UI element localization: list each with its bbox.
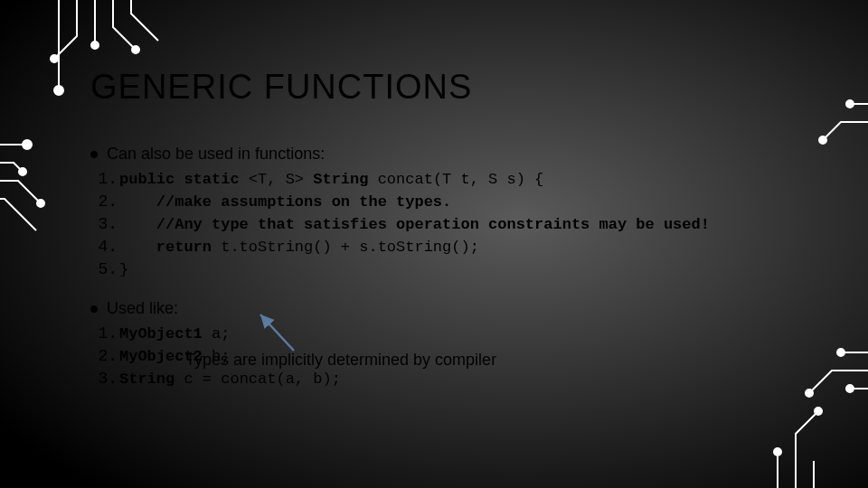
code-line: 5. } [90,258,832,281]
code-listing-1: 1. public static <T, S> String concat(T … [90,168,832,281]
code-text: String c = concat(a, b); [119,370,341,390]
code-line: 3. String c = concat(a, b); [90,368,832,390]
bullet-dot-icon [90,151,98,158]
code-line: 1. public static <T, S> String concat(T … [90,168,832,191]
code-text: //make assumptions on the types. [119,192,451,213]
svg-point-7 [37,200,44,207]
svg-point-8 [837,349,844,356]
bullet-2-text: Used like: [107,297,178,320]
svg-point-1 [54,86,63,95]
annotation-text: Types are implicitly determined by compi… [185,351,496,370]
line-number: 2. [90,345,119,367]
svg-point-5 [23,140,32,149]
slide: GENERIC FUNCTIONS Can also be used in fu… [0,0,868,488]
code-text: return t.toString() + s.toString(); [119,238,479,258]
line-number: 3. [90,368,119,389]
code-line: 2. //make assumptions on the types. [90,191,832,213]
code-line: 4. return t.toString() + s.toString(); [90,236,832,258]
svg-point-10 [846,385,854,392]
line-number: 1. [90,168,119,190]
code-text: } [119,260,128,281]
slide-title: GENERIC FUNCTIONS [90,68,832,107]
bullet-1-text: Can also be used in functions: [107,143,325,165]
svg-point-11 [774,448,781,455]
line-number: 5. [90,258,119,280]
svg-point-4 [132,46,139,53]
line-number: 3. [90,213,119,235]
section-2: Used like: 1. MyObject1 a; 2. MyObject2 … [90,297,832,390]
bullet-1: Can also be used in functions: [90,143,832,165]
svg-point-2 [51,55,58,62]
section-1: Can also be used in functions: 1. public… [90,143,832,281]
arrow-icon [253,310,307,355]
code-line: 1. MyObject1 a; [90,323,832,345]
line-number: 2. [90,191,119,212]
line-number: 4. [90,236,119,258]
svg-point-3 [91,42,99,49]
bullet-dot-icon [90,305,98,313]
code-text: MyObject1 a; [119,324,230,345]
svg-point-12 [815,408,822,415]
code-text: //Any type that satisfies operation cons… [119,215,710,236]
code-line: 3. //Any type that satisfies operation c… [90,213,832,236]
line-number: 1. [90,323,119,344]
svg-point-6 [19,168,26,175]
code-text: public static <T, S> String concat(T t, … [119,170,543,191]
svg-point-13 [846,100,854,108]
bullet-2: Used like: [90,297,832,320]
svg-line-15 [260,314,294,351]
